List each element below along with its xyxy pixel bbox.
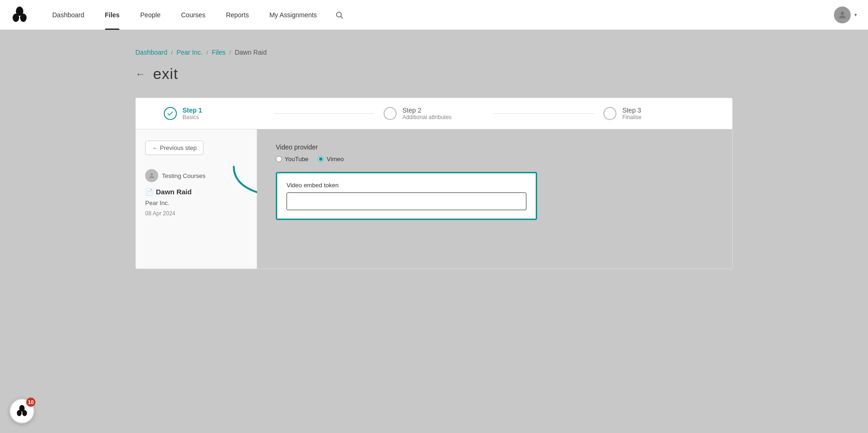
svg-point-1: [13, 14, 19, 22]
nav-courses[interactable]: Courses: [171, 0, 216, 30]
left-panel: ← Previous step Testing Courses 📄 Dawn R…: [136, 129, 257, 269]
radio-youtube-label: YouTube: [285, 156, 308, 163]
avatar-chevron[interactable]: ▾: [854, 12, 857, 17]
step-1-labels: Step 1 Basics: [182, 106, 202, 121]
embed-token-label: Video embed token: [287, 182, 526, 189]
step-divider-2: [494, 114, 595, 114]
breadcrumb-sep-1: /: [171, 49, 173, 56]
breadcrumb-files[interactable]: Files: [212, 49, 226, 56]
breadcrumb: Dashboard / Pear Inc. / Files / Dawn Rai…: [135, 49, 733, 56]
highlighted-box: Video embed token: [276, 172, 537, 220]
navbar: Dashboard Files People Courses Reports M…: [0, 0, 868, 30]
nav-my-assignments[interactable]: My Assignments: [259, 0, 327, 30]
right-panel: Video provider YouTube Vimeo Video embed…: [257, 129, 732, 269]
app-logo[interactable]: [11, 7, 28, 23]
exit-header: ← exit: [135, 65, 733, 83]
step-3-label: Step 3: [622, 106, 641, 114]
back-arrow-button[interactable]: ←: [135, 68, 146, 80]
video-provider-label: Video provider: [276, 143, 714, 151]
notification-badge[interactable]: 10: [9, 398, 35, 424]
file-doc-icon: 📄: [145, 188, 153, 196]
file-name: 📄 Dawn Raid: [145, 188, 247, 196]
step-2-labels: Step 2 Additional attributes: [402, 106, 451, 121]
search-icon[interactable]: [331, 7, 348, 23]
svg-line-4: [341, 16, 343, 18]
step-3: Step 3 Finalise: [603, 106, 704, 121]
file-name-text: Dawn Raid: [156, 188, 192, 196]
svg-point-5: [840, 11, 844, 14]
step-2-sublabel: Additional attributes: [402, 114, 451, 121]
nav-right: ▾: [834, 7, 857, 23]
step-2-label: Step 2: [402, 106, 451, 114]
breadcrumb-dashboard[interactable]: Dashboard: [135, 49, 168, 56]
svg-point-2: [20, 14, 27, 22]
nav-reports[interactable]: Reports: [216, 0, 259, 30]
content-area: ← Previous step Testing Courses 📄 Dawn R…: [135, 129, 733, 269]
step-1-icon: [164, 107, 177, 120]
avatar[interactable]: [834, 7, 851, 23]
radio-youtube-input[interactable]: [276, 156, 282, 162]
radio-vimeo-input[interactable]: [318, 156, 324, 162]
step-1-label: Step 1: [182, 106, 202, 114]
step-1: Step 1 Basics: [164, 106, 265, 121]
file-info: Testing Courses 📄 Dawn Raid Pear Inc. 08…: [145, 169, 247, 217]
step-3-sublabel: Finalise: [622, 114, 641, 121]
badge-count: 10: [26, 398, 35, 407]
svg-point-10: [22, 410, 27, 416]
breadcrumb-pearinc[interactable]: Pear Inc.: [176, 49, 203, 56]
main-content: Dashboard / Pear Inc. / Files / Dawn Rai…: [107, 30, 761, 288]
embed-token-input[interactable]: [287, 192, 526, 210]
step-2-icon: [384, 107, 397, 120]
nav-files[interactable]: Files: [95, 0, 130, 30]
stepper: Step 1 Basics Step 2 Additional attribut…: [135, 98, 733, 129]
svg-point-9: [17, 410, 21, 416]
radio-group: YouTube Vimeo: [276, 156, 714, 163]
nav-links: Dashboard Files People Courses Reports M…: [42, 0, 834, 30]
step-divider-1: [274, 114, 375, 114]
nav-people[interactable]: People: [130, 0, 171, 30]
step-3-icon: [603, 107, 616, 120]
breadcrumb-sep-2: /: [206, 49, 208, 56]
file-author: Testing Courses: [145, 169, 247, 182]
radio-vimeo[interactable]: Vimeo: [318, 156, 344, 163]
radio-vimeo-label: Vimeo: [327, 156, 344, 163]
author-name: Testing Courses: [162, 172, 205, 179]
svg-point-6: [150, 173, 153, 176]
author-avatar: [145, 169, 158, 182]
breadcrumb-sep-3: /: [229, 49, 231, 56]
video-provider-section: Video provider YouTube Vimeo: [276, 143, 714, 163]
page-title: exit: [153, 65, 178, 83]
nav-dashboard[interactable]: Dashboard: [42, 0, 95, 30]
step-3-labels: Step 3 Finalise: [622, 106, 641, 121]
file-org: Pear Inc.: [145, 199, 247, 206]
step-2: Step 2 Additional attributes: [384, 106, 484, 121]
step-1-sublabel: Basics: [182, 114, 202, 121]
file-date: 08 Apr 2024: [145, 210, 247, 217]
radio-youtube[interactable]: YouTube: [276, 156, 308, 163]
breadcrumb-current: Dawn Raid: [235, 49, 266, 56]
prev-step-button[interactable]: ← Previous step: [145, 141, 203, 155]
svg-point-3: [336, 12, 342, 17]
